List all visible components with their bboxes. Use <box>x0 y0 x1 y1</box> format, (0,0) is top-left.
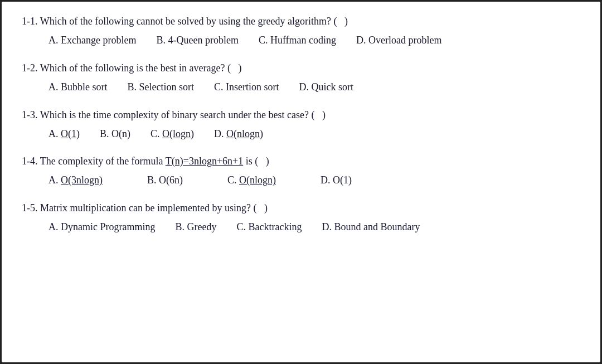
q2-answer-d: D. Quick sort <box>299 79 354 95</box>
question-3: 1-3. Which is the time complexity of bin… <box>22 108 580 144</box>
question-2-answers: A. Bubble sort B. Selection sort C. Inse… <box>22 79 580 95</box>
q3-answer-b: B. O(n) <box>100 126 130 142</box>
question-2: 1-2. Which of the following is the best … <box>22 61 580 98</box>
q4-answer-a: A. O(3nlogn) <box>48 172 103 188</box>
page: 1-1. Which of the following cannot be so… <box>2 2 600 362</box>
q4-answer-b: B. O(6n) <box>147 172 183 188</box>
question-2-text: 1-2. Which of the following is the best … <box>22 61 580 76</box>
question-1: 1-1. Which of the following cannot be so… <box>22 14 580 51</box>
question-4-text: 1-4. The complexity of the formula T(n)=… <box>22 154 580 169</box>
q3-answer-d: D. O(nlogn) <box>214 126 263 142</box>
q5-answer-d: D. Bound and Boundary <box>322 219 420 235</box>
q1-answer-c: C. Huffman coding <box>259 32 336 48</box>
q5-answer-b: B. Greedy <box>175 219 216 235</box>
q2-answer-c: C. Insertion sort <box>214 79 279 95</box>
question-5-answers: A. Dynamic Programming B. Greedy C. Back… <box>22 219 580 235</box>
question-1-text: 1-1. Which of the following cannot be so… <box>22 14 580 29</box>
question-3-text: 1-3. Which is the time complexity of bin… <box>22 108 580 123</box>
q4-answer-c: C. O(nlogn) <box>227 172 276 188</box>
q4-answer-d: D. O(1) <box>321 172 352 188</box>
question-1-answers: A. Exchange problem B. 4-Queen problem C… <box>22 32 580 48</box>
q1-answer-d: D. Overload problem <box>356 32 441 48</box>
question-3-answers: A. O(1) B. O(n) C. O(logn) D. O(nlogn) <box>22 126 580 142</box>
question-4: 1-4. The complexity of the formula T(n)=… <box>22 154 580 191</box>
q1-answer-a: A. Exchange problem <box>48 32 136 48</box>
question-5: 1-5. Matrix multiplication can be implem… <box>22 201 580 237</box>
q5-answer-c: C. Backtracking <box>236 219 302 235</box>
q2-answer-b: B. Selection sort <box>128 79 195 95</box>
q5-answer-a: A. Dynamic Programming <box>48 219 155 235</box>
q1-answer-b: B. 4-Queen problem <box>156 32 238 48</box>
question-5-text: 1-5. Matrix multiplication can be implem… <box>22 201 580 216</box>
q3-answer-a: A. O(1) <box>48 126 80 142</box>
q2-answer-a: A. Bubble sort <box>48 79 108 95</box>
q3-answer-c: C. O(logn) <box>151 126 194 142</box>
question-4-answers: A. O(3nlogn) B. O(6n) C. O(nlogn) D. O(1… <box>22 172 580 188</box>
